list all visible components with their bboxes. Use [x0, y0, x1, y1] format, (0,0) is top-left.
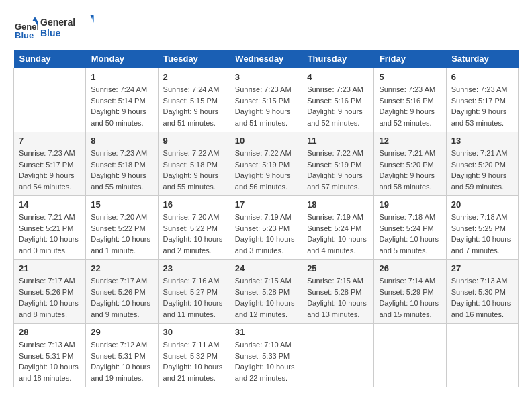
- calendar-cell: 20Sunrise: 7:18 AMSunset: 5:25 PMDayligh…: [446, 196, 518, 260]
- day-info: Sunrise: 7:24 AMSunset: 5:15 PMDaylight:…: [163, 84, 225, 128]
- day-number: 28: [19, 327, 81, 337]
- day-number: 12: [379, 136, 441, 146]
- day-number: 10: [235, 136, 297, 146]
- calendar-cell: [374, 324, 446, 387]
- calendar-cell: 7Sunrise: 7:23 AMSunset: 5:17 PMDaylight…: [14, 132, 86, 196]
- day-number: 23: [163, 263, 225, 273]
- day-info: Sunrise: 7:18 AMSunset: 5:25 PMDaylight:…: [451, 212, 513, 256]
- logo-icon: General Blue: [13, 16, 38, 40]
- day-number: 22: [91, 263, 152, 273]
- day-info: Sunrise: 7:23 AMSunset: 5:16 PMDaylight:…: [307, 84, 369, 128]
- calendar-cell: 23Sunrise: 7:16 AMSunset: 5:27 PMDayligh…: [158, 260, 230, 324]
- day-info: Sunrise: 7:21 AMSunset: 5:20 PMDaylight:…: [451, 148, 513, 192]
- day-info: Sunrise: 7:19 AMSunset: 5:24 PMDaylight:…: [307, 212, 369, 256]
- day-header-saturday: Saturday: [446, 50, 518, 68]
- day-number: 18: [307, 199, 369, 210]
- day-info: Sunrise: 7:24 AMSunset: 5:14 PMDaylight:…: [91, 84, 152, 128]
- calendar-cell: 25Sunrise: 7:15 AMSunset: 5:28 PMDayligh…: [302, 260, 374, 324]
- day-number: 31: [235, 327, 297, 337]
- day-number: 19: [379, 199, 441, 210]
- day-info: Sunrise: 7:23 AMSunset: 5:17 PMDaylight:…: [19, 148, 81, 192]
- day-number: 11: [307, 136, 369, 146]
- day-info: Sunrise: 7:15 AMSunset: 5:28 PMDaylight:…: [307, 275, 369, 320]
- day-header-wednesday: Wednesday: [230, 50, 302, 68]
- calendar-cell: 14Sunrise: 7:21 AMSunset: 5:21 PMDayligh…: [14, 196, 86, 260]
- calendar-cell: 31Sunrise: 7:10 AMSunset: 5:33 PMDayligh…: [230, 324, 302, 387]
- calendar-cell: 9Sunrise: 7:22 AMSunset: 5:18 PMDaylight…: [158, 132, 230, 196]
- day-info: Sunrise: 7:20 AMSunset: 5:22 PMDaylight:…: [163, 212, 225, 256]
- day-number: 17: [235, 199, 297, 210]
- calendar-cell: 17Sunrise: 7:19 AMSunset: 5:23 PMDayligh…: [230, 196, 302, 260]
- calendar-cell: 24Sunrise: 7:15 AMSunset: 5:28 PMDayligh…: [230, 260, 302, 324]
- calendar-cell: 27Sunrise: 7:13 AMSunset: 5:30 PMDayligh…: [446, 260, 518, 324]
- calendar-cell: 21Sunrise: 7:17 AMSunset: 5:26 PMDayligh…: [14, 260, 86, 324]
- calendar-cell: [14, 68, 86, 132]
- calendar-cell: 29Sunrise: 7:12 AMSunset: 5:31 PMDayligh…: [86, 324, 158, 387]
- day-info: Sunrise: 7:16 AMSunset: 5:27 PMDaylight:…: [163, 275, 225, 320]
- day-number: 3: [235, 72, 297, 82]
- calendar-cell: 2Sunrise: 7:24 AMSunset: 5:15 PMDaylight…: [158, 68, 230, 132]
- day-number: 20: [451, 199, 513, 210]
- day-number: 25: [307, 263, 369, 273]
- day-number: 7: [19, 136, 81, 146]
- day-number: 16: [163, 199, 225, 210]
- calendar-cell: 28Sunrise: 7:13 AMSunset: 5:31 PMDayligh…: [14, 324, 86, 387]
- day-info: Sunrise: 7:10 AMSunset: 5:33 PMDaylight:…: [235, 339, 297, 383]
- day-info: Sunrise: 7:17 AMSunset: 5:26 PMDaylight:…: [91, 275, 152, 320]
- svg-text:Blue: Blue: [15, 30, 34, 40]
- calendar-cell: 18Sunrise: 7:19 AMSunset: 5:24 PMDayligh…: [302, 196, 374, 260]
- day-info: Sunrise: 7:23 AMSunset: 5:15 PMDaylight:…: [235, 84, 297, 128]
- svg-text:General: General: [40, 17, 75, 28]
- week-row-1: 1Sunrise: 7:24 AMSunset: 5:14 PMDaylight…: [14, 68, 519, 132]
- calendar-cell: 22Sunrise: 7:17 AMSunset: 5:26 PMDayligh…: [86, 260, 158, 324]
- calendar-cell: 10Sunrise: 7:22 AMSunset: 5:19 PMDayligh…: [230, 132, 302, 196]
- day-header-friday: Friday: [374, 50, 446, 68]
- calendar-cell: 3Sunrise: 7:23 AMSunset: 5:15 PMDaylight…: [230, 68, 302, 132]
- day-info: Sunrise: 7:21 AMSunset: 5:20 PMDaylight:…: [379, 148, 441, 192]
- day-info: Sunrise: 7:14 AMSunset: 5:29 PMDaylight:…: [379, 275, 441, 320]
- week-row-2: 7Sunrise: 7:23 AMSunset: 5:17 PMDaylight…: [14, 132, 519, 196]
- day-info: Sunrise: 7:23 AMSunset: 5:18 PMDaylight:…: [91, 148, 152, 192]
- day-number: 29: [91, 327, 152, 337]
- day-number: 1: [91, 72, 152, 82]
- day-number: 8: [91, 136, 152, 146]
- day-info: Sunrise: 7:22 AMSunset: 5:18 PMDaylight:…: [163, 148, 225, 192]
- day-header-tuesday: Tuesday: [158, 50, 230, 68]
- svg-marker-2: [32, 17, 38, 21]
- calendar-cell: 12Sunrise: 7:21 AMSunset: 5:20 PMDayligh…: [374, 132, 446, 196]
- day-number: 27: [451, 263, 513, 273]
- day-header-sunday: Sunday: [14, 50, 86, 68]
- day-info: Sunrise: 7:23 AMSunset: 5:16 PMDaylight:…: [379, 84, 441, 128]
- week-row-3: 14Sunrise: 7:21 AMSunset: 5:21 PMDayligh…: [14, 196, 519, 260]
- calendar-cell: 26Sunrise: 7:14 AMSunset: 5:29 PMDayligh…: [374, 260, 446, 324]
- day-info: Sunrise: 7:21 AMSunset: 5:21 PMDaylight:…: [19, 212, 81, 256]
- calendar-cell: 1Sunrise: 7:24 AMSunset: 5:14 PMDaylight…: [86, 68, 158, 132]
- day-info: Sunrise: 7:15 AMSunset: 5:28 PMDaylight:…: [235, 275, 297, 320]
- day-header-thursday: Thursday: [302, 50, 374, 68]
- day-number: 2: [163, 72, 225, 82]
- day-info: Sunrise: 7:12 AMSunset: 5:31 PMDaylight:…: [91, 339, 152, 383]
- day-info: Sunrise: 7:17 AMSunset: 5:26 PMDaylight:…: [19, 275, 81, 320]
- day-number: 30: [163, 327, 225, 337]
- calendar-cell: 19Sunrise: 7:18 AMSunset: 5:24 PMDayligh…: [374, 196, 446, 260]
- day-info: Sunrise: 7:13 AMSunset: 5:31 PMDaylight:…: [19, 339, 81, 383]
- day-number: 4: [307, 72, 369, 82]
- day-number: 26: [379, 263, 441, 273]
- day-info: Sunrise: 7:23 AMSunset: 5:17 PMDaylight:…: [451, 84, 513, 128]
- day-number: 21: [19, 263, 81, 273]
- day-number: 9: [163, 136, 225, 146]
- day-number: 14: [19, 199, 81, 210]
- logo: General Blue General Blue: [13, 13, 94, 43]
- calendar-cell: 5Sunrise: 7:23 AMSunset: 5:16 PMDaylight…: [374, 68, 446, 132]
- calendar-cell: 13Sunrise: 7:21 AMSunset: 5:20 PMDayligh…: [446, 132, 518, 196]
- calendar-header-row: SundayMondayTuesdayWednesdayThursdayFrid…: [14, 50, 519, 68]
- day-header-monday: Monday: [86, 50, 158, 68]
- day-number: 13: [451, 136, 513, 146]
- calendar-cell: [446, 324, 518, 387]
- calendar-cell: 6Sunrise: 7:23 AMSunset: 5:17 PMDaylight…: [446, 68, 518, 132]
- calendar-cell: 16Sunrise: 7:20 AMSunset: 5:22 PMDayligh…: [158, 196, 230, 260]
- day-info: Sunrise: 7:22 AMSunset: 5:19 PMDaylight:…: [307, 148, 369, 192]
- week-row-4: 21Sunrise: 7:17 AMSunset: 5:26 PMDayligh…: [14, 260, 519, 324]
- calendar-cell: 15Sunrise: 7:20 AMSunset: 5:22 PMDayligh…: [86, 196, 158, 260]
- calendar-cell: 8Sunrise: 7:23 AMSunset: 5:18 PMDaylight…: [86, 132, 158, 196]
